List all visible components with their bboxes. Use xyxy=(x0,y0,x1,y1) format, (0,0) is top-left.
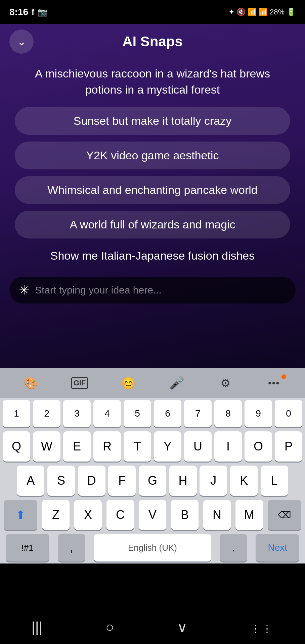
more-button[interactable]: ••• xyxy=(261,373,288,393)
status-time: 8:16 f 📷 xyxy=(9,7,48,17)
next-button[interactable]: Next xyxy=(256,534,299,561)
app-title: AI Snaps xyxy=(122,34,183,50)
gear-icon: ⚙ xyxy=(220,376,230,390)
key-7[interactable]: 7 xyxy=(184,400,212,427)
number-row: 1 2 3 4 5 6 7 8 9 0 xyxy=(0,398,305,429)
suggestion-plain-0[interactable]: A mischievous raccoon in a wizard's hat … xyxy=(15,60,290,104)
comma-button[interactable]: , xyxy=(58,534,85,561)
key-y[interactable]: Y xyxy=(154,431,181,462)
suggestions-container: A mischievous raccoon in a wizard's hat … xyxy=(0,60,305,270)
key-d[interactable]: D xyxy=(78,466,105,496)
mute-icon: 🔇 xyxy=(236,8,246,16)
key-e[interactable]: E xyxy=(63,431,91,462)
asdf-row: A S D F G H J K L xyxy=(0,464,305,498)
key-q[interactable]: Q xyxy=(3,431,30,462)
nav-down-button[interactable]: ∨ xyxy=(177,619,187,636)
key-m[interactable]: M xyxy=(235,500,263,530)
key-u[interactable]: U xyxy=(184,431,212,462)
key-k[interactable]: K xyxy=(230,466,258,496)
chevron-down-icon: ⌄ xyxy=(17,35,26,48)
gif-button[interactable]: GIF xyxy=(66,373,93,393)
key-w[interactable]: W xyxy=(33,431,60,462)
key-g[interactable]: G xyxy=(139,466,166,496)
app-area: ⌄ AI Snaps A mischievous raccoon in a wi… xyxy=(0,24,305,368)
key-0[interactable]: 0 xyxy=(275,400,302,427)
sticker-button[interactable]: 🎨 xyxy=(17,373,44,393)
suggestion-pill-1[interactable]: Sunset but make it totally crazy xyxy=(15,107,290,135)
nav-back-button[interactable]: ||| xyxy=(32,619,43,635)
nav-home-button[interactable]: ○ xyxy=(105,619,114,635)
key-l[interactable]: L xyxy=(261,466,288,496)
zxcv-row: ⬆ Z X C V B N M ⌫ xyxy=(0,498,305,532)
bluetooth-icon: ✦ xyxy=(228,8,234,16)
key-f[interactable]: F xyxy=(108,466,136,496)
input-area: ✳ xyxy=(9,277,296,304)
sticker-icon: 🎨 xyxy=(24,376,38,390)
header: ⌄ AI Snaps xyxy=(0,24,305,50)
key-b[interactable]: B xyxy=(171,500,199,530)
space-button[interactable]: English (UK) xyxy=(94,534,211,561)
key-2[interactable]: 2 xyxy=(33,400,60,427)
battery-display: 28% xyxy=(270,8,285,16)
key-3[interactable]: 3 xyxy=(63,400,91,427)
key-r[interactable]: R xyxy=(93,431,121,462)
key-4[interactable]: 4 xyxy=(93,400,121,427)
key-o[interactable]: O xyxy=(245,431,272,462)
grid-icon: ⋮⋮ xyxy=(251,623,273,634)
status-icons: ✦ 🔇 📶 📶 28% 🔋 xyxy=(228,8,296,16)
key-h[interactable]: H xyxy=(169,466,197,496)
suggestion-pill-4[interactable]: A world full of wizards and magic xyxy=(15,211,290,238)
notification-dot xyxy=(281,374,286,379)
gif-label: GIF xyxy=(71,377,88,389)
shift-icon: ⬆ xyxy=(16,508,25,522)
key-6[interactable]: 6 xyxy=(154,400,181,427)
key-n[interactable]: N xyxy=(203,500,231,530)
nav-grid-button[interactable]: ⋮⋮ xyxy=(251,619,273,635)
key-1[interactable]: 1 xyxy=(3,400,30,427)
suggestion-pill-2[interactable]: Y2K video game aesthetic xyxy=(15,142,290,169)
key-c[interactable]: C xyxy=(106,500,134,530)
mic-button[interactable]: 🎤 xyxy=(163,373,190,393)
key-5[interactable]: 5 xyxy=(124,400,151,427)
keyboard-area: 🎨 GIF 😊 🎤 ⚙ ••• 1 2 3 4 5 6 7 8 9 0 Q xyxy=(0,368,305,564)
emoji-icon: 😊 xyxy=(121,376,135,390)
more-icon: ••• xyxy=(268,378,280,388)
time-display: 8:16 xyxy=(9,7,28,17)
fb-icon: f xyxy=(32,7,34,17)
special-chars-button[interactable]: !#1 xyxy=(6,534,49,561)
keyboard-toolbar: 🎨 GIF 😊 🎤 ⚙ ••• xyxy=(0,368,305,398)
sparkle-icon: ✳ xyxy=(19,283,30,298)
idea-input[interactable] xyxy=(35,284,286,296)
status-bar: 8:16 f 📷 ✦ 🔇 📶 📶 28% 🔋 xyxy=(0,0,305,24)
suggestion-pill-3[interactable]: Whimsical and enchanting pancake world xyxy=(15,176,290,204)
mic-icon: 🎤 xyxy=(169,376,184,390)
nav-bar: ||| ○ ∨ ⋮⋮ xyxy=(0,610,305,644)
video-icon: 📷 xyxy=(38,7,48,17)
key-t[interactable]: T xyxy=(124,431,151,462)
key-s[interactable]: S xyxy=(47,466,75,496)
emoji-button[interactable]: 😊 xyxy=(115,373,142,393)
key-v[interactable]: V xyxy=(139,500,166,530)
key-j[interactable]: J xyxy=(200,466,227,496)
suggestion-plain-5[interactable]: Show me Italian-Japanese fusion dishes xyxy=(15,242,290,270)
backspace-button[interactable]: ⌫ xyxy=(268,500,301,530)
back-button[interactable]: ⌄ xyxy=(9,30,34,54)
key-8[interactable]: 8 xyxy=(214,400,242,427)
key-a[interactable]: A xyxy=(17,466,44,496)
key-p[interactable]: P xyxy=(275,431,302,462)
settings-button[interactable]: ⚙ xyxy=(212,373,239,393)
backspace-icon: ⌫ xyxy=(278,509,291,521)
key-i[interactable]: I xyxy=(214,431,242,462)
qwerty-row: Q W E R T Y U I O P xyxy=(0,429,305,464)
wifi-icon: 📶 xyxy=(248,8,257,16)
period-button[interactable]: . xyxy=(220,534,247,561)
key-x[interactable]: X xyxy=(74,500,102,530)
bottom-row: !#1 , English (UK) . Next xyxy=(0,532,305,564)
shift-button[interactable]: ⬆ xyxy=(4,500,37,530)
battery-icon: 🔋 xyxy=(287,8,296,16)
signal-icon: 📶 xyxy=(259,8,268,16)
key-9[interactable]: 9 xyxy=(245,400,272,427)
key-z[interactable]: Z xyxy=(42,500,70,530)
